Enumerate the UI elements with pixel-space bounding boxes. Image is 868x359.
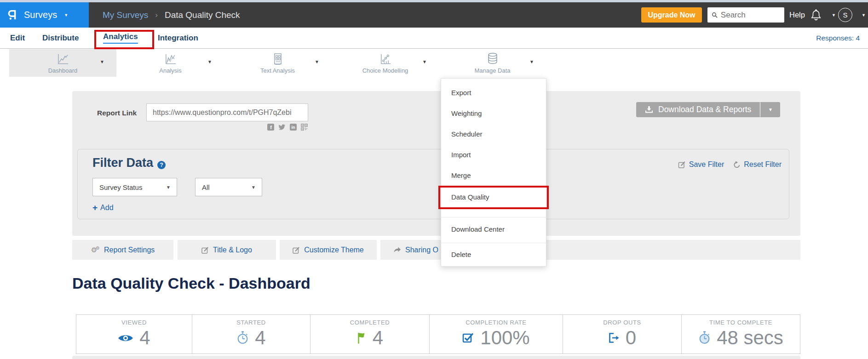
stat-value: 48 secs <box>717 327 783 349</box>
avatar: S <box>838 8 852 22</box>
breadcrumb: My Surveys › Data Quality Check <box>103 2 240 28</box>
save-filter-label: Save Filter <box>689 160 724 169</box>
save-filter-button[interactable]: Save Filter <box>678 160 724 169</box>
add-filter-button[interactable]: + Add <box>92 203 114 213</box>
sharing-options-label: Sharing O <box>405 246 438 254</box>
download-data-reports-split-button: Download Data & Reports ▼ <box>636 102 780 117</box>
toolbar-item-label: Manage Data <box>474 67 510 74</box>
stat-time-to-complete: TIME TO COMPLETE 48 secs <box>682 315 800 353</box>
menu-item-delete[interactable]: Delete <box>441 247 546 262</box>
chevron-down-icon: ▼ <box>422 59 427 64</box>
report-link-input[interactable] <box>146 103 308 121</box>
customize-theme-label: Customize Theme <box>304 246 364 254</box>
add-filter-label: Add <box>100 204 113 212</box>
menu-divider <box>441 243 546 243</box>
help-icon[interactable]: ? <box>157 161 166 169</box>
filter-data-panel: Filter Data ? Survey Status ▼ All ▼ + Ad… <box>77 149 789 219</box>
filter-value-select[interactable]: All ▼ <box>195 178 262 196</box>
menu-item-scheduler[interactable]: Scheduler <box>441 126 546 141</box>
questionpro-logo-icon <box>7 9 19 21</box>
stat-value: 0 <box>626 327 636 349</box>
app-window: Surveys ▼ My Surveys › Data Quality Chec… <box>0 0 868 359</box>
chevron-down-icon: ▼ <box>251 185 256 190</box>
eye-icon <box>118 333 133 343</box>
account-menu[interactable]: S ▼ <box>838 2 866 28</box>
toolbar-item-label: Choice Modelling <box>362 67 408 74</box>
menu-item-export[interactable]: Export <box>441 85 546 100</box>
toolbar-item-text-analysis[interactable]: Text Analysis ▼ <box>224 49 331 77</box>
stat-label: COMPLETION RATE <box>466 319 526 326</box>
stat-value: 100% <box>480 327 529 349</box>
bell-icon <box>811 9 822 21</box>
report-settings-button[interactable]: ⚙⚙ Report Settings <box>72 240 173 260</box>
scatter-chart-icon <box>379 52 392 66</box>
filter-value-value: All <box>202 183 210 191</box>
reset-filter-button[interactable]: Reset Filter <box>733 160 782 169</box>
download-options-caret-button[interactable]: ▼ <box>760 102 780 117</box>
annotation-box-analytics <box>94 30 154 49</box>
search-input[interactable] <box>721 11 780 20</box>
download-button-label: Download Data & Reports <box>658 105 751 114</box>
stat-drop-outs: DROP OUTS 0 <box>563 315 682 353</box>
line-chart-icon <box>56 52 69 66</box>
twitter-icon[interactable] <box>278 124 286 131</box>
top-bar: Surveys ▼ My Surveys › Data Quality Chec… <box>0 2 868 28</box>
filter-data-title-row: Filter Data ? <box>92 156 166 170</box>
menu-item-weighting[interactable]: Weighting <box>441 106 546 120</box>
menu-item-merge[interactable]: Merge <box>441 168 546 182</box>
menu-item-import[interactable]: Import <box>441 147 546 162</box>
chevron-down-icon: ▼ <box>166 185 171 190</box>
stat-label: TIME TO COMPLETE <box>709 319 772 326</box>
toolbar-item-manage-data[interactable]: Manage Data ▼ <box>439 49 546 77</box>
customize-theme-button[interactable]: Customize Theme <box>280 240 377 260</box>
stat-viewed: VIEWED 4 <box>76 315 192 353</box>
stat-value: 4 <box>255 327 265 349</box>
breadcrumb-current: Data Quality Check <box>165 10 240 20</box>
notifications-button[interactable]: ▼ <box>811 2 836 28</box>
stopwatch-icon <box>698 331 711 345</box>
toolbar-item-choice-modelling[interactable]: Choice Modelling ▼ <box>332 49 439 77</box>
responses-count: Responses: 4 <box>816 28 860 49</box>
flag-icon <box>356 332 367 344</box>
upgrade-now-button[interactable]: Upgrade Now <box>641 7 702 23</box>
checkbox-check-icon <box>462 332 474 344</box>
database-icon <box>486 52 500 66</box>
facebook-icon[interactable]: f <box>267 124 274 131</box>
tab-edit[interactable]: Edit <box>10 28 25 48</box>
edit-square-icon <box>293 246 300 254</box>
reset-filter-label: Reset Filter <box>744 160 782 169</box>
text-report-icon <box>271 52 284 66</box>
report-panel: Report Link f in <box>72 91 800 236</box>
filter-field-value: Survey Status <box>99 183 142 191</box>
qr-code-icon[interactable] <box>301 124 308 131</box>
linkedin-icon[interactable]: in <box>290 124 297 131</box>
tab-integration[interactable]: Integration <box>158 28 198 48</box>
help-link[interactable]: Help <box>789 2 805 28</box>
chevron-down-icon: ▼ <box>207 59 212 64</box>
edit-square-icon <box>201 246 209 254</box>
chevron-down-icon: ▼ <box>64 13 68 17</box>
download-data-reports-button[interactable]: Download Data & Reports <box>636 102 760 117</box>
edit-square-icon <box>678 161 686 168</box>
share-icons-row: f in <box>267 124 308 131</box>
page-title: Data Quality Check - Dashboard <box>72 274 310 292</box>
menu-item-download-center[interactable]: Download Center <box>441 222 546 236</box>
tab-distribute[interactable]: Distribute <box>42 28 79 48</box>
analysis-chart-icon <box>164 52 177 66</box>
chevron-down-icon: ▼ <box>315 59 319 64</box>
stat-started: STARTED 4 <box>192 315 310 353</box>
toolbar-item-analysis[interactable]: Analysis ▼ <box>117 49 224 77</box>
stats-summary-table: VIEWED 4 STARTED 4 <box>76 314 800 354</box>
breadcrumb-parent-link[interactable]: My Surveys <box>103 10 148 20</box>
report-link-label: Report Link <box>97 109 137 117</box>
filter-field-select[interactable]: Survey Status ▼ <box>92 178 177 196</box>
title-logo-button[interactable]: Title & Logo <box>178 240 276 260</box>
exit-arrow-icon <box>608 332 620 343</box>
surveys-product-menu[interactable]: Surveys ▼ <box>0 2 89 28</box>
stat-value: 4 <box>139 327 150 349</box>
chevron-down-icon: ▼ <box>529 59 534 64</box>
next-section-edge <box>72 356 800 359</box>
toolbar-item-dashboard[interactable]: Dashboard ▼ <box>9 49 116 77</box>
manage-data-dropdown: Export Weighting Scheduler Import Merge … <box>441 78 546 267</box>
chevron-down-icon: ▼ <box>100 59 104 64</box>
